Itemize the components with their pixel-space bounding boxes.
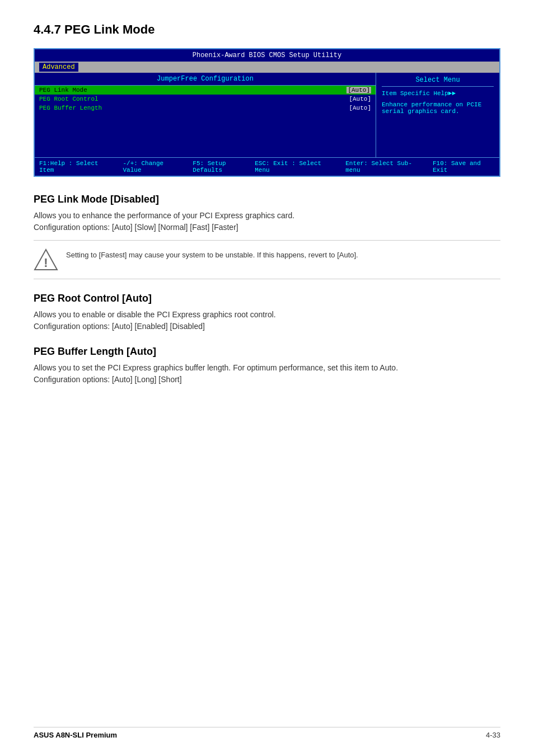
bios-item-label-peg-link-mode: PEG Link Mode bbox=[39, 87, 346, 93]
section-peg-root-control: PEG Root Control [Auto] Allows you to en… bbox=[34, 293, 500, 332]
bios-f10: F10: Save and Exit bbox=[433, 160, 495, 173]
bios-right-header: Select Menu bbox=[382, 76, 494, 87]
bios-item-value-peg-link-mode: [Auto] bbox=[346, 87, 371, 93]
bios-item-value-peg-root-control: [Auto] bbox=[349, 96, 371, 102]
section-peg-buffer-length: PEG Buffer Length [Auto] Allows you to s… bbox=[34, 346, 500, 386]
bios-screenshot: Phoenix-Award BIOS CMOS Setup Utility Ad… bbox=[34, 48, 500, 177]
footer-page-number: 4-33 bbox=[486, 731, 500, 739]
warning-icon: ! bbox=[34, 247, 58, 272]
bios-esc: ESC: Exit : Select Menu bbox=[255, 160, 334, 173]
section-title-peg-root-control: PEG Root Control [Auto] bbox=[34, 293, 500, 304]
warning-text: Setting to [Fastest] may cause your syst… bbox=[66, 247, 358, 261]
bios-item-label-peg-buffer-length: PEG Buffer Length bbox=[39, 105, 349, 111]
section-title-peg-link-mode: PEG Link Mode [Disabled] bbox=[34, 194, 500, 205]
bios-item-label-peg-root-control: PEG Root Control bbox=[39, 96, 349, 102]
bios-menu-bar: Advanced bbox=[35, 62, 499, 73]
page-title: 4.4.7 PEG Link Mode bbox=[34, 22, 500, 37]
svg-text:!: ! bbox=[44, 256, 48, 270]
section-body-peg-link-mode: Allows you to enhance the performance of… bbox=[34, 210, 500, 233]
section-title-peg-buffer-length: PEG Buffer Length [Auto] bbox=[34, 346, 500, 358]
bios-f5: F5: Setup Defaults bbox=[193, 160, 255, 173]
bios-footer-right: ESC: Exit : Select Menu Enter: Select Su… bbox=[255, 160, 495, 173]
warning-box: ! Setting to [Fastest] may cause your sy… bbox=[34, 240, 500, 279]
bios-right-panel: Select Menu Item Specific Help►► Enhance… bbox=[376, 73, 499, 157]
section-body-peg-buffer-length: Allows you to set the PCI Express graphi… bbox=[34, 362, 500, 386]
bios-enter: Enter: Select Sub-menu bbox=[345, 160, 421, 173]
section-peg-link-mode: PEG Link Mode [Disabled] Allows you to e… bbox=[34, 194, 500, 279]
bios-footer: F1:Help : Select Item -/+: Change Value … bbox=[35, 157, 499, 176]
section-body-peg-root-control: Allows you to enable or disable the PCI … bbox=[34, 309, 500, 332]
bios-item-peg-root-control[interactable]: PEG Root Control [Auto] bbox=[35, 95, 376, 104]
bios-help-title: Item Specific Help►► bbox=[382, 90, 494, 97]
bios-change: -/+: Change Value bbox=[123, 160, 181, 173]
bios-left-header: JumperFree Configuration bbox=[35, 73, 376, 86]
page-footer: ASUS A8N-SLI Premium 4-33 bbox=[34, 727, 500, 739]
bios-item-peg-link-mode[interactable]: PEG Link Mode [Auto] bbox=[35, 86, 376, 95]
bios-item-peg-buffer-length[interactable]: PEG Buffer Length [Auto] bbox=[35, 104, 376, 112]
footer-product-name: ASUS A8N-SLI Premium bbox=[34, 731, 117, 739]
bios-help-body: Enhance performance on PCIE serial graph… bbox=[382, 101, 494, 115]
bios-left-panel: JumperFree Configuration PEG Link Mode [… bbox=[35, 73, 376, 157]
bios-footer-left: F1:Help : Select Item -/+: Change Value … bbox=[39, 160, 255, 173]
bios-content: JumperFree Configuration PEG Link Mode [… bbox=[35, 73, 499, 157]
bios-title-bar: Phoenix-Award BIOS CMOS Setup Utility bbox=[35, 49, 499, 62]
bios-f1: F1:Help : Select Item bbox=[39, 160, 111, 173]
bios-menu-active: Advanced bbox=[39, 63, 78, 72]
bios-item-value-peg-buffer-length: [Auto] bbox=[349, 105, 371, 111]
